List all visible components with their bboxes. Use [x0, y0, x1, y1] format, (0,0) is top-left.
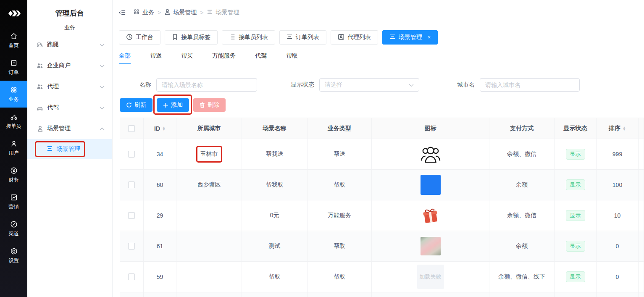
sidebar-section-label: 业务 — [60, 24, 79, 32]
column-header-排序[interactable]: 排序▲▼ — [597, 118, 639, 139]
tab-label: 工作台 — [136, 34, 153, 41]
app-window: 首页 订单 业务 接单员 用户 财务 营销 渠道 设置 管理后台 业务 — [0, 0, 644, 297]
chevron-down-icon — [100, 62, 105, 69]
annotation-box-city — [196, 146, 222, 163]
sidebar-subitem-scene-management[interactable]: 场景管理 — [27, 139, 112, 159]
sidebar-item-跑腿[interactable]: 跑腿 — [27, 34, 112, 55]
filter-tab-帮买[interactable]: 帮买 — [181, 49, 193, 64]
cell-overflow — [639, 170, 644, 200]
add-button[interactable]: 添加 — [157, 98, 189, 112]
column-header-ID[interactable]: ID▲▼ — [144, 118, 176, 139]
column-header-label: 显示状态 — [564, 125, 587, 132]
rail-item-渠道[interactable]: 渠道 — [0, 215, 27, 242]
chevron-down-icon — [100, 83, 105, 90]
sidebar-item-企业商户[interactable]: 企业商户 — [27, 55, 112, 76]
home-icon — [10, 32, 18, 40]
tab-订单列表[interactable]: 订单列表 — [279, 30, 326, 45]
open-tabs-strip: 工作台 接单员标签 接单员列表 订单列表 代理列表 场景管理× — [113, 25, 644, 49]
sort-icon[interactable]: ▲▼ — [623, 126, 626, 131]
rail-item-订单[interactable]: 订单 — [0, 54, 27, 81]
cell-overflow — [639, 292, 644, 297]
rail-item-label: 接单员 — [6, 123, 21, 130]
main-content: 业务> 场景管理> 场景管理 工作台 接单员标签 接单员列表 订单列表 代理列表… — [113, 0, 644, 297]
filter-tabs: 全部帮送帮买万能服务代驾帮取 — [113, 49, 644, 64]
rail-item-label: 业务 — [9, 96, 19, 103]
cell-business-type: 帮取 — [308, 231, 372, 261]
sidebar-item-代理[interactable]: 代理 — [27, 76, 112, 97]
courier-icon — [10, 113, 18, 121]
tab-工作台[interactable]: 工作台 — [119, 30, 160, 45]
cell-icon: 加载失败 — [372, 262, 489, 292]
scooter-icon — [37, 41, 43, 48]
row-checkbox[interactable] — [128, 181, 135, 188]
business-grid-icon — [10, 86, 18, 94]
rail-item-设置[interactable]: 设置 — [0, 242, 27, 269]
group-outline-icon — [420, 145, 441, 164]
display-status-select[interactable]: 请选择 — [319, 78, 419, 92]
row-checkbox[interactable] — [128, 151, 135, 158]
city-name-input[interactable] — [480, 78, 580, 92]
three-bars-icon — [389, 34, 396, 41]
menu-fold-icon[interactable] — [119, 10, 126, 16]
order-icon — [10, 59, 18, 67]
tab-label: 接单员列表 — [239, 34, 268, 41]
rail-item-业务[interactable]: 业务 — [0, 81, 27, 108]
sidebar-item-代驾[interactable]: 代驾 — [27, 97, 112, 118]
delete-button[interactable]: 删除 — [193, 98, 226, 112]
cell-business-type: 帮送 — [308, 139, 372, 169]
tab-场景管理[interactable]: 场景管理× — [382, 30, 438, 45]
rail-item-label: 用户 — [9, 150, 19, 157]
tab-代理列表[interactable]: 代理列表 — [331, 30, 378, 45]
user-icon — [10, 139, 18, 148]
row-select-cell — [120, 231, 144, 261]
tab-接单员列表[interactable]: 接单员列表 — [222, 30, 275, 45]
tab-接单员标签[interactable]: 接单员标签 — [165, 30, 218, 45]
column-header-label: 排序 — [609, 125, 620, 132]
sort-icon[interactable]: ▲▼ — [162, 126, 166, 131]
select-all-cell — [120, 118, 144, 139]
column-header-label: 图标 — [425, 125, 436, 132]
filter-tab-万能服务[interactable]: 万能服务 — [212, 49, 236, 64]
cell-id: 60 — [144, 170, 176, 200]
sidebar-section-header: 业务 — [32, 24, 108, 32]
row-checkbox[interactable] — [128, 212, 135, 219]
cell-status: 显示 — [555, 170, 597, 200]
rail-item-首页[interactable]: 首页 — [0, 27, 27, 54]
filter-tab-帮送[interactable]: 帮送 — [150, 49, 162, 64]
table-row: 61 测试 帮取 余额 显示 0 — [120, 231, 644, 262]
filter-tab-代驾[interactable]: 代驾 — [255, 49, 267, 64]
cell-payment: 余额、微信、线下 — [489, 262, 555, 292]
row-checkbox[interactable] — [128, 273, 135, 280]
rail-item-财务[interactable]: 财务 — [0, 161, 27, 188]
tab-label: 代理列表 — [347, 34, 371, 41]
close-icon[interactable]: × — [428, 34, 431, 40]
chevron-up-icon — [100, 125, 105, 132]
sidebar-item-场景管理[interactable]: 场景管理 — [27, 118, 112, 139]
row-select-cell — [120, 139, 144, 169]
cell-sort: 0 — [597, 262, 639, 292]
chevron-down-icon — [409, 81, 414, 88]
cell-status: 显示 — [555, 262, 597, 292]
filter-tab-全部[interactable]: 全部 — [119, 49, 131, 64]
breadcrumb-item-场景管理[interactable]: 场景管理 — [207, 9, 239, 16]
refresh-button[interactable]: 刷新 — [120, 98, 152, 112]
cell-payment: 余额、微信 — [489, 139, 555, 169]
rail-item-接单员[interactable]: 接单员 — [0, 108, 27, 134]
scene-name-input[interactable] — [156, 78, 257, 92]
column-header-label: 场景名称 — [263, 125, 287, 132]
action-buttons: 刷新 添加 删除 — [120, 98, 644, 112]
column-header-图标: 图标 — [372, 118, 489, 139]
rail-item-用户[interactable]: 用户 — [0, 134, 27, 161]
row-select-cell — [120, 292, 144, 297]
filter-tab-帮取[interactable]: 帮取 — [286, 49, 298, 64]
breadcrumb-item-场景管理[interactable]: 场景管理 — [164, 9, 197, 16]
breadcrumb-label: 场景管理 — [216, 9, 239, 16]
person-outline-icon — [37, 125, 43, 132]
app-logo[interactable] — [0, 0, 27, 27]
select-all-checkbox[interactable] — [128, 125, 135, 132]
breadcrumb-item-业务[interactable]: 业务 — [133, 8, 154, 16]
rail-item-营销[interactable]: 营销 — [0, 188, 27, 215]
primary-rail: 首页 订单 业务 接单员 用户 财务 营销 渠道 设置 — [0, 0, 27, 297]
cell-scene-name — [242, 292, 308, 297]
row-checkbox[interactable] — [128, 243, 135, 250]
